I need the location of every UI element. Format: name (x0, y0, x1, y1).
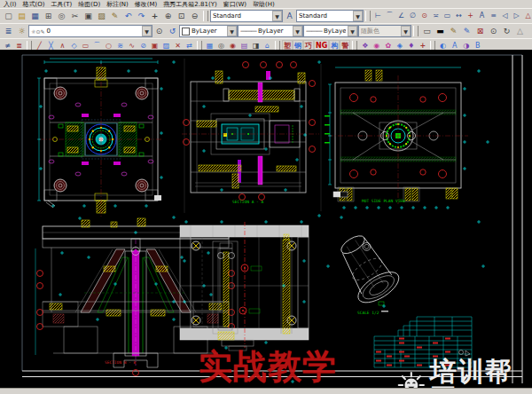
color-swatch (182, 28, 190, 35)
white-rectangle-icon[interactable]: ▭ (420, 25, 434, 38)
menu-help[interactable]: 帮助(H) (253, 0, 275, 8)
layer-states-icon[interactable]: ☼ (15, 25, 28, 38)
undo-icon[interactable]: ↶ (121, 10, 135, 23)
leader-left-icon[interactable]: ◁ (499, 10, 511, 22)
misc-marks (379, 302, 388, 312)
menu-window[interactable]: 窗口(W) (223, 0, 246, 8)
lineweight-combo-value: ByLayer (324, 28, 346, 35)
dropdown-arrow-icon[interactable]: ▼ (227, 26, 237, 36)
standard-icon-group: ▢▤▦⊞◎✂▣▨✎↶↷+⊕⊡⊖ (2, 10, 201, 23)
paste-icon[interactable]: ▨ (95, 10, 108, 23)
circle-dot-icon[interactable]: ⊙ (487, 25, 500, 38)
pencil-blue-icon[interactable]: ✎ (460, 25, 473, 38)
continue-dimension-icon[interactable]: ↔ (453, 10, 465, 22)
dropdown-arrow-icon: ▼ (401, 26, 411, 36)
projection-symbol (459, 351, 471, 357)
center-mark-icon[interactable]: + (465, 10, 476, 22)
linetype-sample-icon: ——— (240, 28, 256, 35)
text-style-combo[interactable]: Standard ▼ (210, 10, 283, 22)
menu-dimension[interactable]: 标注(N) (106, 0, 129, 8)
new-file-icon[interactable]: ▢ (2, 10, 15, 23)
lineweight-sample-icon: ——— (306, 28, 322, 35)
make-object-layer-icon[interactable]: ⊙ (153, 25, 166, 38)
leader-right-icon[interactable]: ▷ (511, 10, 522, 22)
color-combo-value: ByLayer (192, 28, 225, 35)
plan-view-top-left (37, 59, 163, 217)
dimension-icon-group: ⊢⌒∠∅⊙≍▭↔+A≡◁▷△◆▣ (372, 10, 532, 22)
rotate-icon[interactable]: ↻ (500, 25, 513, 38)
linetype-combo-value: ByLayer (258, 28, 291, 35)
cut-icon[interactable]: ✂ (68, 10, 82, 23)
scale-label: SCALE 1/2 (357, 311, 379, 315)
menu-draw[interactable]: 绘图(D) (78, 0, 100, 8)
layer-icon-group: ≣☼ (2, 25, 28, 38)
aligned-dimension-icon[interactable]: ⌒ (384, 10, 395, 22)
command-line-strip[interactable] (0, 388, 532, 394)
menu-yanxiu-toolbox[interactable]: 燕秀工具箱2.81(Y) (163, 0, 216, 8)
save-icon[interactable]: ▦ (28, 10, 42, 23)
triangle-icon[interactable]: △ (513, 25, 527, 38)
text-style-value: Standard (213, 12, 270, 20)
section-b-b-view: SECTION B - B (35, 217, 235, 376)
layer-previous-icon[interactable]: ↺ (166, 25, 179, 38)
layers-toolbar: ≣☼ ☼⊙✎ 0 ▼ ⊙↺ ByLayer ▼ ——— ByLayer ▼ ——… (0, 23, 532, 38)
toolbar-grip[interactable] (203, 11, 208, 21)
menu-format[interactable]: 格式(O) (23, 0, 45, 8)
dimension-text-icon[interactable]: A (476, 10, 488, 22)
layer-mid-icon-group: ⊙↺ (153, 25, 179, 38)
dropdown-arrow-icon[interactable]: ▼ (348, 26, 357, 36)
zoom-previous-icon[interactable]: ⊖ (188, 10, 201, 23)
pencil-icon[interactable]: ✎ (447, 25, 460, 38)
dropdown-arrow-icon[interactable]: ▼ (353, 11, 363, 21)
dim-style-combo[interactable]: Standard ▼ (296, 10, 364, 22)
radius-dimension-icon[interactable]: ⊙ (419, 10, 430, 22)
pan-icon[interactable]: + (148, 10, 161, 23)
baseline-dimension-icon[interactable]: ≍ (430, 10, 442, 22)
layer-properties-icon[interactable]: ≣ (2, 25, 15, 38)
diameter-dimension-icon[interactable]: ∅ (407, 10, 419, 22)
angular-dimension-icon[interactable]: ∠ (395, 10, 407, 22)
dropdown-arrow-icon[interactable]: ▼ (293, 26, 302, 36)
zoom-window-icon[interactable]: ⊡ (175, 10, 188, 23)
print-icon[interactable]: ⊞ (42, 10, 55, 23)
drawing-canvas[interactable]: SECTION A - A (0, 50, 532, 388)
toolbar-grip[interactable] (413, 26, 419, 36)
crossed-box-icon[interactable]: ⊠ (473, 25, 487, 38)
zoom-realtime-icon[interactable]: ⊕ (161, 10, 175, 23)
ordinate-dimension-icon[interactable]: ▭ (442, 10, 453, 22)
dim-style-value: Standard (299, 12, 351, 20)
redo-icon[interactable]: ↷ (135, 10, 148, 23)
menu-modify[interactable]: 修改(M) (135, 0, 158, 8)
section-bb-label: SECTION B - B (105, 360, 137, 365)
print-preview-icon[interactable]: ◎ (55, 10, 68, 23)
part-3d-view: SCALE 1/2 (329, 228, 403, 315)
dropdown-arrow-icon[interactable]: ▼ (272, 11, 282, 21)
dropdown-arrow-icon[interactable]: ▼ (142, 26, 152, 36)
linear-dimension-icon[interactable]: ⊢ (372, 10, 384, 22)
plotstyle-combo-value: 随颜色 (361, 27, 399, 35)
properties-icon-group: ▭▬✎✎⊠⊙↻△ (420, 25, 527, 38)
toolbar-grip[interactable] (365, 11, 371, 21)
color-combo[interactable]: ByLayer ▼ (179, 25, 238, 37)
mold-drawing: SECTION A - A (0, 50, 532, 388)
cad-application-window: 入(I)格式(O)工具(T)绘图(D)标注(N)修改(M)燕秀工具箱2.81(Y… (0, 0, 532, 394)
lineweight-combo[interactable]: ——— ByLayer ▼ (303, 25, 358, 37)
menu-insert[interactable]: 入(I) (4, 0, 17, 8)
plan-view-label: MOT SIDE PLAN VIEW (362, 199, 405, 203)
plotstyle-combo: 随颜色 ▼ (358, 25, 411, 37)
layer-combo-value: 0 (46, 28, 140, 35)
plan-view-top-right: MOT SIDE PLAN VIEW (325, 67, 468, 209)
black-rectangle-icon[interactable]: ▬ (434, 25, 447, 38)
linetype-combo[interactable]: ——— ByLayer ▼ (238, 25, 303, 37)
menu-bar: 入(I)格式(O)工具(T)绘图(D)标注(N)修改(M)燕秀工具箱2.81(Y… (0, 0, 532, 8)
tolerance-icon[interactable]: ≡ (488, 10, 499, 22)
text-style-icon[interactable]: A (283, 10, 296, 23)
menu-tools[interactable]: 工具(T) (51, 0, 73, 8)
copy-icon[interactable]: ▣ (82, 10, 95, 23)
match-properties-icon[interactable]: ✎ (108, 10, 121, 23)
section-aa-label: SECTION A - A (232, 200, 264, 204)
ejector-section-view (180, 220, 309, 351)
layer-combo[interactable]: ☼⊙✎ 0 ▼ (28, 25, 153, 37)
open-file-icon[interactable]: ▤ (15, 10, 28, 23)
quick-dimension-icon[interactable]: △ (522, 10, 532, 22)
